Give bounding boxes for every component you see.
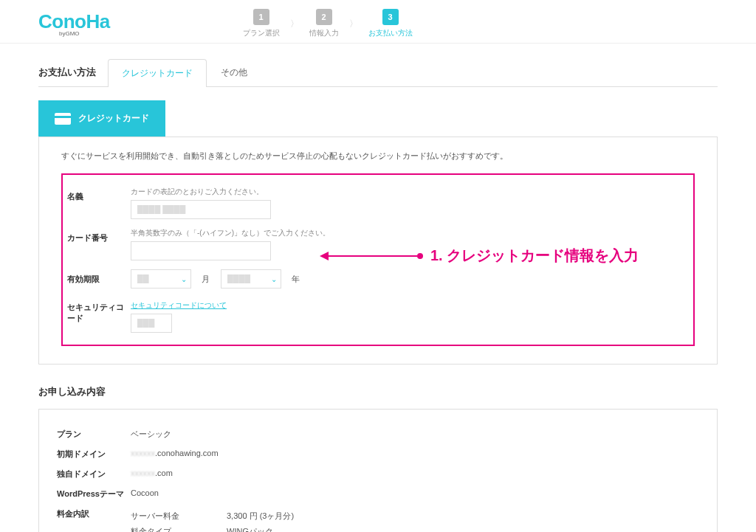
label-cvv: セキュリティコード [67,297,131,324]
label-name: 名義 [67,187,131,202]
label-expiry: 有効期限 [67,269,131,285]
summary-panel: プランベーシック 初期ドメインxxxxxx.conohawing.com 独自ド… [38,409,718,532]
cvv-input[interactable] [131,314,172,333]
step-3: 3 お支払い方法 [368,9,413,38]
step-2: 2 情報入力 [309,9,339,38]
cvv-help-link[interactable]: セキュリティコードについて [131,300,227,311]
card-name-input[interactable] [131,200,271,219]
annotation-1: 1. クレジットカード情報を入力 [320,246,639,266]
form-highlight: 名義 カードの表記のとおりご入力ください。 カード番号 半角英数字のみ（「-(ハ… [61,173,695,346]
expiry-year-select[interactable] [221,269,281,289]
logo[interactable]: ConoHa byGMO [38,10,110,37]
expiry-month-select[interactable] [131,269,191,289]
panel-note: すぐにサービスを利用開始でき、自動引き落としのためサービス停止の心配もないクレジ… [61,151,695,162]
tabs: お支払い方法 クレジットカード その他 [38,58,718,87]
payment-panel: すぐにサービスを利用開始でき、自動引き落としのためサービス停止の心配もないクレジ… [38,137,718,365]
tab-credit-card[interactable]: クレジットカード [108,59,207,87]
section-title-summary: お申し込み内容 [38,385,718,398]
chevron-right-icon: 〉 [290,18,299,30]
credit-card-button[interactable]: クレジットカード [38,100,165,137]
card-number-input[interactable] [131,241,271,260]
chevron-right-icon: 〉 [349,18,358,30]
page-title: お支払い方法 [38,58,108,86]
step-1: 1 プラン選択 [243,9,280,38]
header: ConoHa byGMO 1 プラン選択 〉 2 情報入力 〉 3 お支払い方法 [0,0,756,44]
stepper: 1 プラン選択 〉 2 情報入力 〉 3 お支払い方法 [243,9,413,38]
tab-other[interactable]: その他 [207,58,261,86]
credit-card-icon [55,113,71,125]
label-card-number: カード番号 [67,228,131,243]
